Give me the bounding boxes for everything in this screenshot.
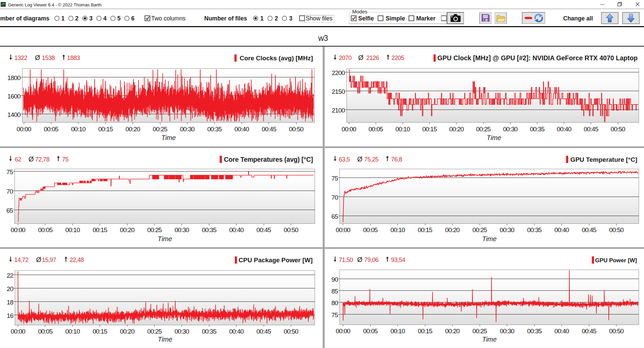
svg-text:Time: Time	[161, 134, 176, 141]
svg-text:Simple: Simple	[386, 15, 405, 22]
svg-text:00:30: 00:30	[174, 328, 189, 335]
svg-text:90: 90	[331, 276, 338, 283]
svg-text:2: 2	[75, 15, 78, 22]
svg-text:70: 70	[6, 188, 13, 195]
svg-text:00:05: 00:05	[38, 226, 52, 233]
svg-text:00:40: 00:40	[557, 126, 571, 133]
svg-text:00:20: 00:20	[125, 126, 140, 133]
svg-text:00:35: 00:35	[527, 328, 541, 335]
svg-text:00:45: 00:45	[582, 226, 596, 233]
svg-text:mber of diagrams: mber of diagrams	[0, 15, 50, 22]
svg-text:00:05: 00:05	[38, 328, 52, 335]
svg-text:15,97: 15,97	[42, 257, 56, 263]
svg-text:00:40: 00:40	[234, 126, 249, 133]
svg-text:GPU Temperature [°C]: GPU Temperature [°C]	[571, 156, 637, 163]
svg-text:00:40: 00:40	[554, 226, 569, 233]
svg-text:00:10: 00:10	[390, 226, 405, 233]
svg-text:16: 16	[7, 312, 13, 319]
svg-text:00:05: 00:05	[363, 226, 377, 233]
svg-text:00:25: 00:25	[147, 226, 162, 233]
svg-text:00:40: 00:40	[229, 226, 244, 233]
svg-text:1400: 1400	[7, 111, 20, 118]
svg-text:00:45: 00:45	[257, 226, 271, 233]
svg-text:4: 4	[103, 15, 107, 22]
svg-text:2: 2	[275, 15, 278, 22]
svg-text:00:20: 00:20	[445, 328, 460, 335]
svg-text:Ø: Ø	[35, 54, 40, 61]
svg-text:2126: 2126	[366, 55, 379, 61]
svg-text:Generic Log Viewer 6.4 - © 202: Generic Log Viewer 6.4 - © 2022 Thomas B…	[8, 2, 101, 7]
svg-text:Two columns: Two columns	[151, 15, 185, 22]
svg-text:00:00: 00:00	[11, 226, 25, 233]
svg-text:00:05: 00:05	[369, 126, 383, 133]
svg-text:Ø: Ø	[357, 155, 363, 163]
svg-text:70: 70	[331, 194, 338, 201]
svg-text:00:40: 00:40	[554, 328, 569, 335]
svg-text:Ø: Ø	[358, 54, 364, 61]
svg-text:00:30: 00:30	[503, 126, 518, 133]
svg-text:00:30: 00:30	[180, 126, 195, 133]
svg-text:00:25: 00:25	[147, 328, 162, 335]
svg-text:00:50: 00:50	[609, 328, 624, 335]
svg-text:Selfie: Selfie	[358, 15, 374, 22]
svg-text:00:00: 00:00	[341, 126, 356, 133]
svg-text:00:10: 00:10	[65, 328, 80, 335]
svg-text:00:35: 00:35	[207, 126, 222, 133]
svg-text:00:45: 00:45	[582, 328, 596, 335]
svg-text:18: 18	[7, 299, 13, 306]
svg-text:Core Clocks (avg) [MHz]: Core Clocks (avg) [MHz]	[239, 55, 313, 62]
svg-text:00:45: 00:45	[262, 126, 276, 133]
svg-text:Ø: Ø	[29, 155, 34, 163]
svg-text:00:20: 00:20	[120, 328, 135, 335]
svg-text:w3: w3	[318, 34, 328, 43]
svg-text:00:25: 00:25	[153, 126, 167, 133]
svg-text:22: 22	[7, 272, 13, 279]
svg-text:00:25: 00:25	[472, 328, 487, 335]
svg-text:1: 1	[61, 15, 65, 22]
svg-text:75: 75	[62, 156, 68, 163]
svg-text:GPU Clock [MHz] @ GPU [#2]: NV: GPU Clock [MHz] @ GPU [#2]: NVIDIA GeFor…	[437, 54, 638, 62]
svg-text:2205: 2205	[391, 55, 404, 61]
svg-text:2200: 2200	[332, 69, 345, 76]
svg-text:00:50: 00:50	[284, 328, 298, 335]
svg-text:00:50: 00:50	[609, 226, 624, 233]
svg-text:1883: 1883	[67, 55, 80, 61]
svg-text:2070: 2070	[339, 55, 352, 61]
svg-text:14,72: 14,72	[14, 257, 29, 263]
svg-text:00:30: 00:30	[500, 328, 514, 335]
svg-text:00:05: 00:05	[44, 126, 58, 133]
svg-text:1322: 1322	[14, 55, 27, 61]
svg-text:2100: 2100	[332, 107, 345, 114]
svg-text:3: 3	[89, 15, 93, 22]
svg-text:00:35: 00:35	[202, 328, 216, 335]
svg-text:00:05: 00:05	[363, 328, 377, 335]
svg-text:Core Temperatures (avg) [°C]: Core Temperatures (avg) [°C]	[224, 156, 313, 163]
svg-text:00:20: 00:20	[120, 226, 135, 233]
svg-text:Show files: Show files	[306, 15, 333, 22]
svg-text:00:15: 00:15	[418, 226, 432, 233]
svg-text:Ø: Ø	[357, 256, 363, 263]
svg-text:00:00: 00:00	[336, 226, 350, 233]
svg-text:00:40: 00:40	[229, 328, 244, 335]
svg-text:72,78: 72,78	[35, 156, 50, 163]
svg-text:CPU Package Power [W]: CPU Package Power [W]	[238, 257, 313, 264]
svg-text:00:50: 00:50	[284, 226, 298, 233]
svg-text:00:50: 00:50	[610, 126, 625, 133]
svg-text:2150: 2150	[332, 88, 345, 95]
svg-text:75: 75	[331, 175, 338, 182]
svg-text:1800: 1800	[7, 74, 20, 81]
svg-text:71,50: 71,50	[339, 257, 353, 263]
svg-text:00:00: 00:00	[336, 328, 350, 335]
svg-text:Time: Time	[158, 235, 172, 242]
svg-text:1600: 1600	[7, 93, 20, 100]
svg-text:1538: 1538	[42, 55, 55, 61]
svg-text:79,06: 79,06	[364, 257, 379, 263]
svg-text:Time: Time	[487, 134, 501, 141]
svg-text:Ø: Ø	[36, 256, 42, 263]
svg-text:00:20: 00:20	[449, 126, 464, 133]
svg-text:00:10: 00:10	[395, 126, 410, 133]
svg-text:76,8: 76,8	[391, 156, 402, 163]
svg-text:63,5: 63,5	[339, 156, 350, 163]
svg-text:00:25: 00:25	[476, 126, 490, 133]
svg-text:00:50: 00:50	[289, 126, 303, 133]
